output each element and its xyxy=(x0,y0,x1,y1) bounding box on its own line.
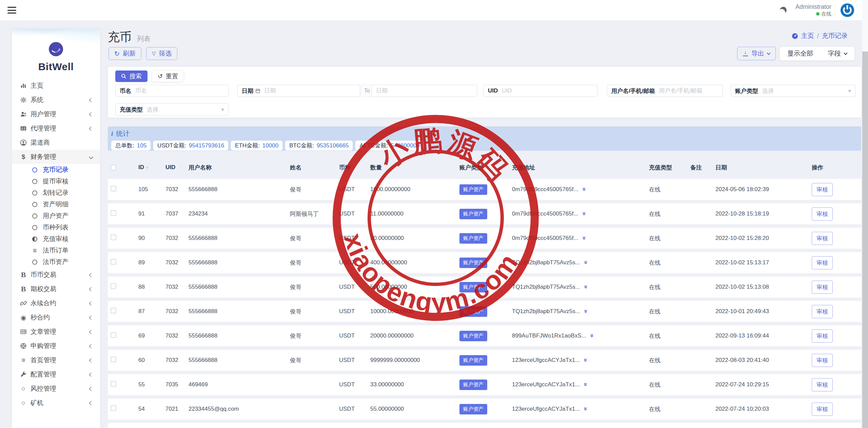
sidebar-item[interactable]: 主页 xyxy=(12,79,100,93)
cell-username: 469469 xyxy=(189,381,290,388)
audit-button[interactable]: 审核 xyxy=(812,329,833,343)
audit-button[interactable]: 审核 xyxy=(812,281,833,294)
cell-amount: 1000.00000000 xyxy=(370,186,459,193)
audit-button[interactable]: 审核 xyxy=(812,305,833,318)
select-all-checkbox[interactable] xyxy=(111,165,116,170)
recharge-type-select[interactable]: 选择 xyxy=(147,106,217,114)
expand-address-icon[interactable]: « xyxy=(581,359,589,362)
uid-input[interactable] xyxy=(502,87,597,94)
row-checkbox[interactable] xyxy=(111,259,116,265)
sidebar-item-label: 矿机 xyxy=(31,399,43,407)
recharge-type-field: 充值类型 选择 ▼ xyxy=(115,103,229,116)
expand-address-icon[interactable]: « xyxy=(581,261,589,264)
row-checkbox[interactable] xyxy=(111,356,116,362)
dot-icon xyxy=(32,202,37,207)
audit-button[interactable]: 审核 xyxy=(812,354,833,367)
sidebar-item[interactable]: 永续合约 xyxy=(12,296,100,310)
expand-address-icon[interactable]: « xyxy=(581,383,589,386)
search-button[interactable]: 搜索 xyxy=(115,70,147,82)
sidebar-item[interactable]: 用户管理 xyxy=(12,107,100,121)
sidebar-item[interactable]: ○矿机 xyxy=(12,396,100,410)
table-row: 91 7037 234234 阿斯顿马丁 USDT 11.00000000 账户… xyxy=(108,203,861,224)
brand-name[interactable]: BitWell xyxy=(12,61,100,73)
sidebar-item-label: 主页 xyxy=(31,81,43,90)
sidebar-item[interactable]: 文章管理 xyxy=(12,325,100,339)
expand-address-icon[interactable]: « xyxy=(579,237,587,240)
sidebar-item[interactable]: 代理管理 xyxy=(12,121,100,136)
cell-amount: 500.00000000 xyxy=(370,284,459,290)
sidebar-item[interactable]: ≡法币订单 xyxy=(12,245,100,256)
sidebar-item[interactable]: B期权交易 xyxy=(12,282,100,296)
brand-logo-icon[interactable] xyxy=(48,42,63,57)
lifebuoy-icon xyxy=(19,343,27,349)
audit-button[interactable]: 审核 xyxy=(812,256,833,269)
row-checkbox[interactable] xyxy=(111,186,116,191)
sidebar-item[interactable]: 渠道商 xyxy=(12,136,100,150)
sidebar-item[interactable]: 资产明细 xyxy=(12,199,100,210)
chain-link-icon xyxy=(19,300,27,307)
topbar: Administrator 在线 xyxy=(0,0,868,21)
row-checkbox[interactable] xyxy=(111,332,116,338)
sidebar-item[interactable]: ○风控管理 xyxy=(12,382,100,396)
expand-address-icon[interactable]: « xyxy=(579,188,587,191)
sidebar-item[interactable]: 法币资产 xyxy=(12,256,100,268)
expand-address-icon[interactable]: « xyxy=(581,407,589,411)
row-checkbox[interactable] xyxy=(111,283,116,289)
sidebar-item[interactable]: 配置管理 xyxy=(12,367,100,382)
select-caret-icon[interactable]: ▼ xyxy=(217,107,228,112)
expand-address-icon[interactable]: « xyxy=(581,310,589,313)
sidebar-item[interactable]: 提币审核 xyxy=(12,176,100,187)
sidebar-item[interactable]: 划转记录 xyxy=(12,187,100,199)
user-info[interactable]: Administrator 在线 xyxy=(795,3,831,17)
date-to-input[interactable] xyxy=(372,87,477,94)
scrollbar-thumb[interactable] xyxy=(862,0,868,52)
sidebar-item[interactable]: 充值审核 xyxy=(12,233,100,245)
audit-button[interactable]: 审核 xyxy=(812,403,833,416)
expand-address-icon[interactable]: « xyxy=(581,285,589,289)
sidebar-item[interactable]: B币币交易 xyxy=(12,268,100,282)
filter-button[interactable]: ▽筛选 xyxy=(146,47,178,60)
sidebar-item[interactable]: 币种列表 xyxy=(12,222,100,233)
audit-button[interactable]: 审核 xyxy=(812,183,833,196)
date-from-input[interactable] xyxy=(264,87,360,94)
sidebar-item[interactable]: 申购管理 xyxy=(12,339,100,353)
export-button[interactable]: 导出 xyxy=(737,47,776,60)
row-checkbox[interactable] xyxy=(111,210,116,216)
sidebar-item[interactable]: $财务管理 xyxy=(12,150,100,164)
user-input[interactable] xyxy=(659,87,723,94)
dot-icon xyxy=(32,225,37,230)
sidebar-item[interactable]: 用户资产 xyxy=(12,210,100,222)
audit-button[interactable]: 审核 xyxy=(812,207,833,221)
audit-button[interactable]: 审核 xyxy=(812,378,833,391)
fields-dropdown[interactable]: 字段 xyxy=(821,47,854,60)
menu-toggle-icon[interactable] xyxy=(7,7,16,14)
sidebar-item[interactable]: ≡首页管理 xyxy=(12,353,100,367)
avatar[interactable] xyxy=(840,3,854,17)
row-checkbox[interactable] xyxy=(111,235,116,240)
reset-button[interactable]: ↺重置 xyxy=(152,70,184,82)
select-caret-icon[interactable]: ▼ xyxy=(844,88,855,94)
breadcrumb-home-link[interactable]: 主页 xyxy=(801,32,814,40)
stat-label: BTC金额: xyxy=(289,142,314,149)
sort-asc-icon[interactable]: ↑ xyxy=(146,165,149,170)
scrollbar-track[interactable] xyxy=(862,0,868,428)
audit-button[interactable]: 审核 xyxy=(812,232,833,245)
row-checkbox[interactable] xyxy=(111,405,116,411)
breadcrumb-current[interactable]: 充币记录 xyxy=(822,32,848,40)
sidebar-item[interactable]: ◉秒合约 xyxy=(12,310,100,325)
cell-address: 123erceUfgccACYJaTx1... xyxy=(512,406,580,412)
expand-address-icon[interactable]: « xyxy=(579,212,587,216)
sidebar-item[interactable]: 充币记录 xyxy=(12,164,100,176)
account-type-badge: 账户资产 xyxy=(459,282,487,292)
stat-label: AETC金额: xyxy=(359,142,388,149)
dark-mode-moon-icon[interactable] xyxy=(779,6,787,14)
row-checkbox[interactable] xyxy=(111,381,116,387)
refresh-button[interactable]: ↻刷新 xyxy=(108,47,141,60)
row-checkbox[interactable] xyxy=(111,308,116,313)
show-all-button[interactable]: 显示全部 xyxy=(780,47,821,60)
coin-name-input[interactable] xyxy=(135,87,228,94)
cell-date: 2022-09-13 16:09:44 xyxy=(715,332,812,339)
sidebar-item[interactable]: 系统 xyxy=(12,93,100,107)
account-type-select[interactable]: 选择 xyxy=(762,87,844,95)
expand-address-icon[interactable]: « xyxy=(588,334,595,338)
